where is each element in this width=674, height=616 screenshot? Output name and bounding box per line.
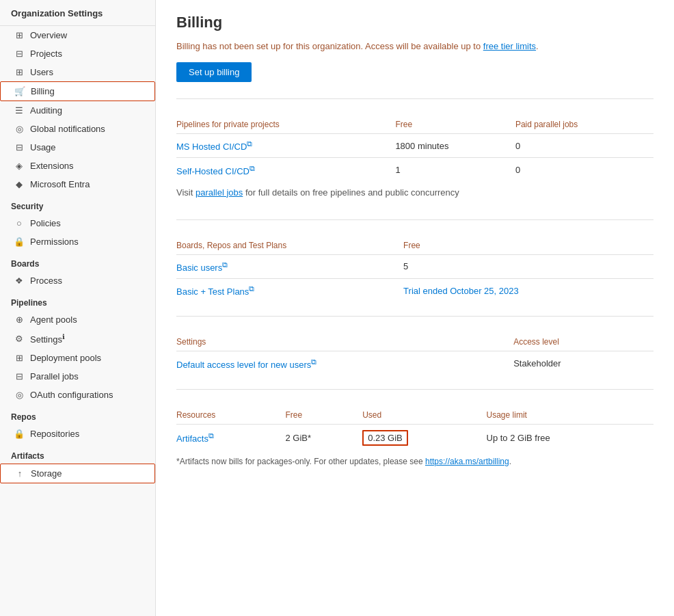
- cell-name-0: Default access level for new users⧉: [176, 351, 513, 375]
- sidebar-item-usage[interactable]: ⊟Usage: [0, 138, 155, 157]
- sidebar-item-projects[interactable]: ⊟Projects: [0, 44, 155, 63]
- col-header-0: Resources: [176, 406, 286, 425]
- sidebar-item-oauth-configurations[interactable]: ◎OAuth configurations: [0, 386, 155, 404]
- sidebar-item-repositories[interactable]: 🔒Repositories: [0, 425, 155, 443]
- cell-free-0: 5: [403, 254, 640, 278]
- table-boards: Boards, Repos and Test PlansFreeBasic us…: [176, 237, 653, 303]
- sidebar-item-deployment-pools[interactable]: ⊞Deployment pools: [0, 349, 155, 367]
- sidebar-item-parallel-jobs[interactable]: ⊟Parallel jobs: [0, 367, 155, 386]
- cell-name-1: Basic + Test Plans⧉: [176, 278, 403, 302]
- process-icon: ❖: [14, 276, 25, 286]
- sidebar-section-security-header: Security: [0, 193, 155, 214]
- table-settings: SettingsAccess levelDefault access level…: [176, 333, 653, 375]
- sidebar-item-label-agent-pools: Agent pools: [30, 314, 77, 325]
- cell-name-0: MS Hosted CI/CD⧉: [176, 134, 395, 158]
- auditing-icon: ☰: [14, 105, 25, 116]
- billing-notice: Billing has not been set up for this org…: [176, 41, 653, 51]
- sidebar-item-global-notifications[interactable]: ◎Global notifications: [0, 120, 155, 138]
- col-header-3: Usage limit: [487, 406, 653, 425]
- sidebar-item-auditing[interactable]: ☰Auditing: [0, 101, 155, 120]
- section-note-pipelines: Visit parallel jobs for full details on …: [176, 187, 653, 206]
- cell-free-0: Stakeholder: [513, 351, 638, 375]
- row-link-0[interactable]: Basic users⧉: [176, 263, 228, 273]
- sidebar-item-agent-pools[interactable]: ⊕Agent pools: [0, 310, 155, 329]
- cell-name-1: Self-Hosted CI/CD⧉: [176, 158, 395, 182]
- overview-icon: ⊞: [14, 30, 25, 40]
- col-header-0: Pipelines for private projects: [176, 116, 395, 134]
- deployment-pools-icon: ⊞: [14, 353, 25, 363]
- cell-paid-1: [641, 278, 653, 302]
- col-header-2: Used: [362, 406, 486, 425]
- sidebar: Organization Settings ⊞Overview⊟Projects…: [0, 0, 156, 616]
- cell-name-0: Artifacts⧉: [176, 424, 286, 451]
- sidebar-item-storage[interactable]: ↑Storage: [0, 464, 155, 483]
- sidebar-section-repos-header: Repos: [0, 404, 155, 425]
- oauth-configurations-icon: ◎: [14, 390, 25, 400]
- row-link-1[interactable]: Basic + Test Plans⧉: [176, 286, 254, 297]
- sidebar-item-overview[interactable]: ⊞Overview: [0, 26, 155, 44]
- settings-icon: ⚙: [14, 334, 25, 344]
- row-link-0[interactable]: MS Hosted CI/CD⧉: [176, 142, 252, 152]
- sidebar-item-settings[interactable]: ⚙Settingsℹ: [0, 329, 155, 349]
- row-link-1[interactable]: Self-Hosted CI/CD⧉: [176, 166, 255, 176]
- usage-icon: ⊟: [14, 142, 25, 152]
- sidebar-item-label-billing: Billing: [31, 86, 55, 96]
- sidebar-item-label-usage: Usage: [30, 142, 56, 152]
- cell-used-0: 0.23 GiB: [362, 424, 486, 451]
- users-icon: ⊞: [14, 67, 25, 77]
- table-row: Self-Hosted CI/CD⧉10: [176, 158, 653, 182]
- col-header-0: Boards, Repos and Test Plans: [176, 237, 403, 255]
- used-value-highlight: 0.23 GiB: [362, 430, 408, 446]
- repositories-icon: 🔒: [14, 429, 25, 439]
- extensions-icon: ◈: [14, 161, 25, 171]
- table-resources: ResourcesFreeUsedUsage limitArtifacts⧉2 …: [176, 406, 653, 451]
- sidebar-item-billing[interactable]: 🛒Billing: [0, 81, 155, 101]
- page-title: Billing: [176, 14, 653, 31]
- sidebar-item-label-storage: Storage: [31, 468, 62, 479]
- parallel-jobs-link[interactable]: parallel jobs: [196, 187, 243, 198]
- row-link-0[interactable]: Default access level for new users⧉: [176, 360, 316, 370]
- projects-icon: ⊟: [14, 49, 25, 59]
- billing-sections: Pipelines for private projectsFreePaid p…: [176, 98, 653, 466]
- sidebar-item-extensions[interactable]: ◈Extensions: [0, 157, 155, 175]
- sidebar-item-policies[interactable]: ○Policies: [0, 214, 155, 232]
- section-settings: SettingsAccess levelDefault access level…: [176, 316, 653, 375]
- table-row: Basic users⧉5: [176, 254, 653, 278]
- col-header-1: Free: [286, 406, 363, 425]
- col-header-0: Settings: [176, 333, 513, 351]
- setup-billing-button[interactable]: Set up billing: [176, 62, 252, 82]
- storage-icon: ↑: [14, 468, 25, 479]
- cell-limit-0: Up to 2 GiB free: [487, 424, 653, 451]
- sidebar-item-label-oauth-configurations: OAuth configurations: [30, 390, 113, 400]
- row-link-0[interactable]: Artifacts⧉: [176, 433, 214, 444]
- section-boards: Boards, Repos and Test PlansFreeBasic us…: [176, 219, 653, 303]
- main-content: Billing Billing has not been set up for …: [156, 0, 674, 616]
- sidebar-title: Organization Settings: [0, 0, 155, 26]
- table-pipelines: Pipelines for private projectsFreePaid p…: [176, 116, 653, 182]
- global-notifications-icon: ◎: [14, 124, 25, 134]
- sidebar-item-label-users: Users: [30, 67, 53, 77]
- cell-free-0: 1800 minutes: [395, 134, 515, 158]
- sidebar-item-label-process: Process: [30, 276, 62, 286]
- sidebar-item-microsoft-entra[interactable]: ◆Microsoft Entra: [0, 175, 155, 193]
- sidebar-item-users[interactable]: ⊞Users: [0, 63, 155, 81]
- col-header-2: [638, 333, 653, 351]
- agent-pools-icon: ⊕: [14, 314, 25, 325]
- permissions-icon: 🔒: [14, 237, 25, 247]
- sidebar-item-permissions[interactable]: 🔒Permissions: [0, 232, 155, 251]
- sidebar-item-label-projects: Projects: [30, 49, 62, 59]
- section-pipelines: Pipelines for private projectsFreePaid p…: [176, 98, 653, 206]
- free-tier-link[interactable]: free tier limits: [483, 41, 536, 51]
- sidebar-item-label-repositories: Repositories: [30, 429, 79, 439]
- sidebar-section-pipelines-header: Pipelines: [0, 290, 155, 310]
- cell-free-0: 2 GiB*: [286, 424, 363, 451]
- cell-paid-0: [638, 351, 653, 375]
- sidebar-scroll: ⊞Overview⊟Projects⊞Users🛒Billing☰Auditin…: [0, 26, 155, 602]
- sidebar-item-process[interactable]: ❖Process: [0, 271, 155, 290]
- sidebar-section-boards-header: Boards: [0, 251, 155, 271]
- artbilling-link[interactable]: https://aka.ms/artbilling: [425, 457, 509, 466]
- parallel-jobs-icon: ⊟: [14, 371, 25, 381]
- microsoft-entra-icon: ◆: [14, 179, 25, 189]
- sidebar-item-label-settings: Settingsℹ: [30, 333, 65, 345]
- col-header-1: Free: [403, 237, 640, 255]
